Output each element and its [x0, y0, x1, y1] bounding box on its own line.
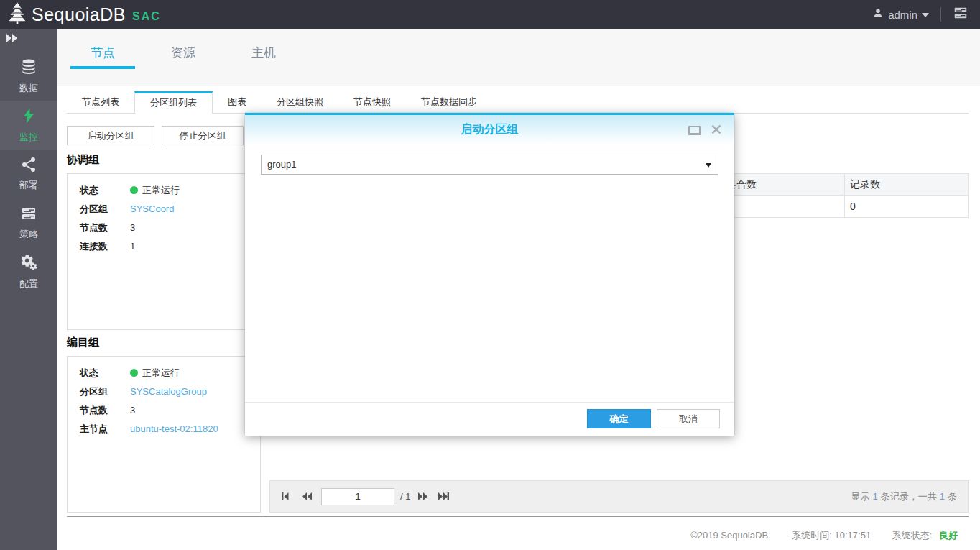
- subtab-group-snapshot[interactable]: 分区组快照: [262, 91, 338, 113]
- coord-group-title: 协调组: [67, 153, 99, 167]
- catalog-group-row: 分区组 SYSCatalogGroup: [68, 382, 260, 401]
- page-total: / 1: [400, 491, 410, 502]
- sidebar-item-label: 配置: [19, 278, 38, 290]
- chevron-down-icon: [922, 13, 929, 17]
- select-arrow-icon: [706, 163, 711, 168]
- active-tab-underline: [70, 66, 135, 69]
- dialog-title: 启动分区组: [245, 115, 734, 144]
- cancel-button[interactable]: 取消: [657, 409, 720, 428]
- stop-group-button[interactable]: 停止分区组: [162, 126, 244, 145]
- database-icon: [19, 58, 38, 79]
- sidebar-item-label: 部署: [19, 179, 38, 192]
- system-status-label: 系统状态:: [892, 530, 933, 541]
- catalog-master-row: 主节点 ubuntu-test-02:11820: [68, 420, 260, 439]
- footer-divider: [67, 516, 969, 517]
- next-page-icon[interactable]: [417, 492, 429, 501]
- pagination-bar: / 1 显示1条记录，一共1条: [269, 480, 969, 513]
- ok-button[interactable]: 确定: [587, 409, 651, 428]
- product-name: SequoiaDB: [32, 4, 126, 25]
- host-list-menu-icon[interactable]: [953, 5, 969, 24]
- status-dot: [130, 369, 138, 377]
- brand: SequoiaDB SAC: [0, 1, 161, 27]
- tab-hosts[interactable]: 主机: [231, 29, 296, 86]
- close-icon[interactable]: [711, 124, 721, 137]
- sidebar-item-deploy[interactable]: 部署: [0, 150, 57, 198]
- share-network-icon: [20, 156, 37, 176]
- sidebar-item-label: 监控: [19, 131, 38, 144]
- dialog-body: group1: [245, 145, 734, 175]
- app-header: SequoiaDB SAC admin: [0, 0, 980, 29]
- catalog-nodecount-row: 节点数 3: [68, 401, 260, 420]
- subtab-group-list[interactable]: 分区组列表: [134, 91, 213, 114]
- sidebar-item-monitor[interactable]: 监控: [0, 101, 57, 150]
- group-link[interactable]: SYSCatalogGroup: [130, 382, 207, 401]
- sidebar: 数据 监控 部署: [0, 29, 57, 550]
- header-divider: [940, 7, 941, 22]
- tab-resources[interactable]: 资源: [151, 29, 216, 86]
- subtab-node-list[interactable]: 节点列表: [67, 91, 134, 113]
- sub-tab-bar: 节点列表 分区组列表 图表 分区组快照 节点快照 节点数据同步: [67, 91, 969, 114]
- total-count: 1: [940, 491, 945, 502]
- user-icon: [872, 7, 884, 22]
- start-group-button[interactable]: 启动分区组: [67, 126, 154, 145]
- page-number-input[interactable]: [321, 488, 394, 505]
- coord-group-row: 分区组 SYSCoord: [68, 200, 260, 219]
- sidebar-item-config[interactable]: 配置: [0, 247, 57, 296]
- sidebar-item-strategy[interactable]: 策略: [0, 198, 57, 247]
- subtab-node-snapshot[interactable]: 节点快照: [338, 91, 406, 113]
- sidebar-expand-icon[interactable]: [0, 29, 57, 49]
- last-page-icon[interactable]: [438, 492, 449, 501]
- catalog-group-title: 编目组: [67, 336, 99, 349]
- coord-group-panel: 状态 正常运行 分区组 SYSCoord 节点数 3 连接数 1: [67, 173, 261, 330]
- product-suffix: SAC: [132, 10, 161, 23]
- coord-status-row: 状态 正常运行: [68, 181, 260, 200]
- copyright: ©2019 SequoiaDB.: [690, 530, 771, 541]
- system-time: 系统时间: 10:17:51: [792, 530, 871, 541]
- status-dot: [130, 186, 138, 194]
- catalog-group-panel: 状态 正常运行 分区组 SYSCatalogGroup 节点数 3 主节点 ub…: [67, 356, 261, 513]
- group-link[interactable]: SYSCoord: [130, 200, 174, 219]
- group-select-value: group1: [267, 159, 296, 170]
- tab-nodes[interactable]: 节点: [70, 29, 135, 86]
- system-status-value: 良好: [939, 530, 958, 541]
- user-menu[interactable]: admin: [872, 7, 929, 22]
- monitor-lightning-icon: [20, 106, 37, 128]
- previous-page-icon[interactable]: [301, 492, 313, 501]
- record-count-summary: 显示1条记录，一共1条: [851, 490, 968, 503]
- catalog-status-row: 状态 正常运行: [68, 364, 260, 382]
- first-page-icon[interactable]: [281, 492, 292, 501]
- start-group-dialog: 启动分区组 group1 确定 取消: [245, 113, 734, 436]
- footer: ©2019 SequoiaDB. 系统时间: 10:17:51 系统状态: 良好: [686, 529, 958, 542]
- dialog-footer: 确定 取消: [245, 402, 734, 436]
- dialog-header: 启动分区组: [245, 115, 734, 145]
- sidebar-item-data[interactable]: 数据: [0, 52, 57, 101]
- user-name: admin: [888, 9, 917, 21]
- coord-connections-row: 连接数 1: [68, 237, 260, 256]
- server-stack-icon: [20, 205, 37, 225]
- records-cell: 0: [850, 196, 856, 217]
- group-select[interactable]: group1: [261, 155, 718, 175]
- subtab-charts[interactable]: 图表: [213, 91, 262, 113]
- gears-icon: [19, 253, 38, 275]
- sidebar-item-label: 数据: [19, 82, 38, 95]
- records-column-header: 记录数: [850, 174, 880, 195]
- subtab-node-sync[interactable]: 节点数据同步: [406, 91, 492, 113]
- master-node-link[interactable]: ubuntu-test-02:11820: [130, 420, 218, 439]
- main-tab-bar: 节点 资源 主机: [57, 29, 980, 86]
- sequoia-tree-logo-icon: [6, 1, 29, 27]
- sidebar-item-label: 策略: [19, 228, 38, 241]
- maximize-icon[interactable]: [688, 126, 701, 135]
- coord-nodecount-row: 节点数 3: [68, 219, 260, 237]
- shown-count: 1: [873, 491, 878, 502]
